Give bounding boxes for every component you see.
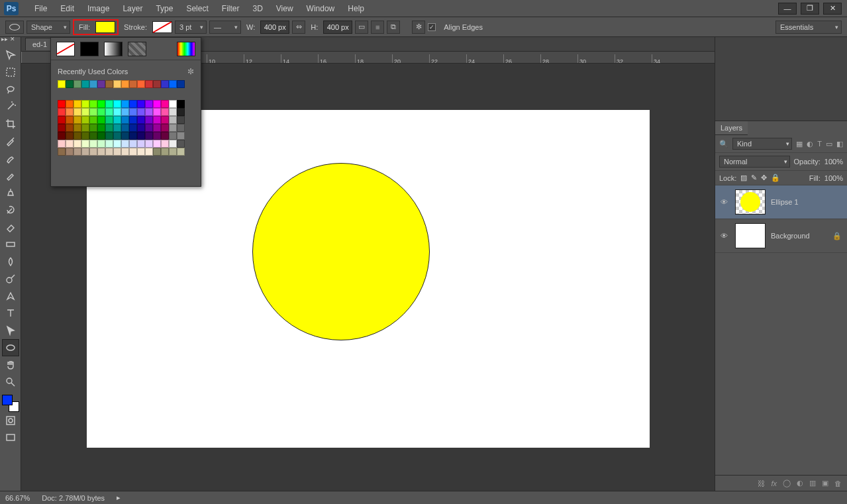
window-minimize-button[interactable]: — <box>778 3 797 15</box>
toolbox-collapse-icon[interactable]: ▸▸ ✕ <box>1 36 15 42</box>
color-swatch[interactable] <box>66 148 74 156</box>
workspace-dropdown[interactable]: Essentials <box>775 21 842 34</box>
color-swatch[interactable] <box>97 132 105 140</box>
color-swatch[interactable] <box>177 108 185 116</box>
color-swatch[interactable] <box>153 80 161 88</box>
color-swatch[interactable] <box>74 132 81 140</box>
zoom-level[interactable]: 66.67% <box>5 494 30 502</box>
color-swatch[interactable] <box>129 148 137 156</box>
lock-all-icon[interactable]: 🔒 <box>771 174 780 182</box>
menu-3d[interactable]: 3D <box>246 1 269 17</box>
color-swatch[interactable] <box>97 148 105 156</box>
lock-pixels-icon[interactable]: ✎ <box>751 174 757 182</box>
color-swatch[interactable] <box>121 124 129 132</box>
move-tool[interactable] <box>2 46 19 64</box>
color-swatch[interactable] <box>74 116 81 124</box>
align-edges-checkbox[interactable]: ✓ <box>428 23 436 31</box>
popover-menu-icon[interactable]: ✼ <box>187 67 194 76</box>
color-swatch[interactable] <box>145 108 153 116</box>
color-swatch[interactable] <box>177 80 185 88</box>
path-arrange-icon[interactable]: ⧉ <box>387 21 400 34</box>
color-swatch[interactable] <box>145 116 153 124</box>
window-restore-button[interactable]: ❐ <box>801 3 819 15</box>
adjustment-layer-icon[interactable]: ◐ <box>797 479 803 487</box>
menu-filter[interactable]: Filter <box>215 1 246 17</box>
color-swatch[interactable] <box>66 132 74 140</box>
eraser-tool[interactable] <box>2 219 19 236</box>
color-swatch[interactable] <box>169 132 177 140</box>
color-swatch[interactable] <box>153 132 161 140</box>
filter-adjust-icon[interactable]: ◐ <box>807 140 813 148</box>
menu-image[interactable]: Image <box>81 1 116 17</box>
layer-name[interactable]: Background <box>771 232 810 240</box>
tool-mode-dropdown[interactable]: Shape <box>26 21 70 34</box>
layer-filter-dropdown[interactable]: Kind <box>732 138 792 150</box>
eyedropper-tool[interactable] <box>2 132 19 150</box>
filter-shape-icon[interactable]: ▭ <box>826 140 832 148</box>
path-align-icon[interactable]: ≡ <box>371 21 384 34</box>
color-swatch[interactable] <box>129 100 137 108</box>
color-swatch[interactable] <box>137 116 145 124</box>
filter-type-icon[interactable]: T <box>817 140 822 148</box>
color-swatch[interactable] <box>74 80 81 88</box>
link-wh-icon[interactable]: ⇔ <box>292 21 305 34</box>
pen-tool[interactable] <box>2 287 19 305</box>
color-swatch[interactable] <box>66 140 74 148</box>
color-swatch[interactable] <box>105 80 113 88</box>
color-swatch[interactable] <box>81 108 89 116</box>
layer-name[interactable]: Ellipse 1 <box>771 198 799 206</box>
color-swatch[interactable] <box>121 148 129 156</box>
color-swatch[interactable] <box>105 132 113 140</box>
color-swatch[interactable] <box>169 108 177 116</box>
color-swatch[interactable] <box>145 80 153 88</box>
mode-gradient[interactable] <box>104 42 123 56</box>
layer-thumbnail[interactable] <box>735 189 766 215</box>
color-swatch[interactable] <box>129 132 137 140</box>
color-swatch[interactable] <box>121 80 129 88</box>
color-swatch[interactable] <box>129 124 137 132</box>
filter-smart-icon[interactable]: ◧ <box>836 140 843 148</box>
color-swatch[interactable] <box>161 124 169 132</box>
color-swatch[interactable] <box>129 116 137 124</box>
color-swatch[interactable] <box>169 80 177 88</box>
color-swatch[interactable] <box>58 140 66 148</box>
color-swatch[interactable] <box>121 140 129 148</box>
color-swatch[interactable] <box>97 124 105 132</box>
color-swatch[interactable] <box>58 116 66 124</box>
blend-mode-dropdown[interactable]: Normal <box>719 156 790 168</box>
fill-color-button[interactable] <box>95 21 115 33</box>
color-swatch[interactable] <box>97 140 105 148</box>
height-input[interactable] <box>323 21 352 34</box>
layers-tab[interactable]: Layers <box>715 121 748 135</box>
color-swatch[interactable] <box>97 100 105 108</box>
color-swatch[interactable] <box>145 148 153 156</box>
color-swatch[interactable] <box>145 140 153 148</box>
delete-layer-icon[interactable]: 🗑 <box>834 479 842 487</box>
color-swatch[interactable] <box>121 108 129 116</box>
color-swatch[interactable] <box>97 108 105 116</box>
menu-file[interactable]: File <box>28 1 54 17</box>
color-swatch[interactable] <box>113 100 121 108</box>
screenmode-tool[interactable] <box>2 429 19 446</box>
ellipse-shape[interactable] <box>252 163 430 340</box>
color-swatch[interactable] <box>81 116 89 124</box>
path-combine-icon[interactable]: ▭ <box>355 21 368 34</box>
color-swatch[interactable] <box>137 124 145 132</box>
color-swatch[interactable] <box>113 132 121 140</box>
color-swatch[interactable] <box>113 140 121 148</box>
color-swatch[interactable] <box>153 148 161 156</box>
color-swatch[interactable] <box>66 108 74 116</box>
layer-group-icon[interactable]: ▥ <box>809 479 816 487</box>
stroke-style-dropdown[interactable]: — <box>209 21 241 34</box>
layer-thumbnail[interactable] <box>735 223 766 248</box>
color-swatch[interactable] <box>113 108 121 116</box>
color-swatch[interactable] <box>121 116 129 124</box>
path-selection-tool[interactable] <box>2 322 19 339</box>
color-swatch[interactable] <box>89 148 97 156</box>
color-swatch[interactable] <box>137 100 145 108</box>
blur-tool[interactable] <box>2 253 19 270</box>
zoom-tool[interactable] <box>2 374 19 391</box>
color-swatch[interactable] <box>129 80 137 88</box>
color-swatch[interactable] <box>161 132 169 140</box>
color-swatch[interactable] <box>177 116 185 124</box>
